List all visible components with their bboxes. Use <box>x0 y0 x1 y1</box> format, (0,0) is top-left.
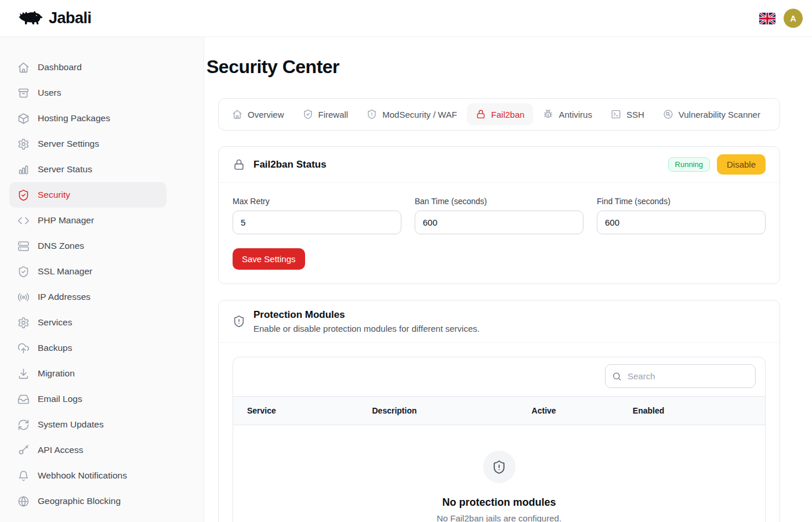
find-time-label: Find Time (seconds) <box>597 197 766 206</box>
tab-label: SSH <box>626 110 644 119</box>
tab-overview[interactable]: Overview <box>223 103 293 125</box>
sidebar-item-migration[interactable]: Migration <box>9 361 166 386</box>
brand-name: Jabali <box>49 9 92 27</box>
tab-label: Antivirus <box>559 110 592 119</box>
find-time-input[interactable] <box>597 211 766 234</box>
sidebar-item-php-manager[interactable]: PHP Manager <box>9 208 166 233</box>
lock-icon <box>233 158 245 171</box>
empty-state-subtitle: No Fail2ban jails are configured. <box>233 513 765 522</box>
tab-label: Overview <box>248 110 284 119</box>
shield-alert-icon <box>233 315 245 328</box>
tab-label: Vulnerability Scanner <box>679 110 760 119</box>
key-icon <box>17 444 30 456</box>
bar-chart-icon <box>17 164 30 176</box>
protection-modules-card: Protection Modules Enable or disable pro… <box>218 300 780 522</box>
save-settings-button[interactable]: Save Settings <box>233 248 305 270</box>
tab-label: Firewall <box>318 110 349 119</box>
sidebar-item-label: Backups <box>38 343 72 353</box>
sidebar-item-server-status[interactable]: Server Status <box>9 157 166 182</box>
terminal-icon <box>611 109 621 119</box>
fail2ban-status-card: Fail2ban Status Running Disable Max Retr… <box>218 146 780 284</box>
archive-icon <box>17 87 30 99</box>
security-tabs: Overview Firewall ModSecurity / WAF Fail… <box>218 98 780 130</box>
sidebar-item-label: Services <box>38 317 72 328</box>
sidebar-item-system-updates[interactable]: System Updates <box>9 412 166 437</box>
tab-vulnerability-scanner[interactable]: Vulnerability Scanner <box>654 103 769 125</box>
tab-firewall[interactable]: Firewall <box>294 103 357 125</box>
column-header-service: Service <box>233 397 358 425</box>
package-icon <box>17 113 30 125</box>
sidebar-item-security[interactable]: Security <box>9 182 166 208</box>
status-badge: Running <box>668 157 710 172</box>
tab-label: Fail2ban <box>491 110 525 119</box>
search-circle-icon <box>663 109 673 119</box>
brand-logo[interactable]: Jabali <box>16 9 92 28</box>
sidebar-item-server-settings[interactable]: Server Settings <box>9 131 166 157</box>
modules-table-container: ServiceDescriptionActiveEnabled No prote… <box>233 357 766 522</box>
topbar: Jabali A <box>0 0 812 37</box>
globe-icon <box>17 495 30 507</box>
tab-label: ModSecurity / WAF <box>382 110 457 119</box>
column-header-active: Active <box>518 397 619 425</box>
max-retry-label: Max Retry <box>233 197 401 206</box>
empty-state-title: No protection modules <box>233 496 765 509</box>
search-icon <box>612 371 622 381</box>
modules-table-header-row: ServiceDescriptionActiveEnabled <box>233 397 765 425</box>
sidebar-item-label: API Access <box>38 445 83 455</box>
sidebar-item-dns-zones[interactable]: DNS Zones <box>9 233 166 259</box>
protection-modules-subtitle: Enable or disable protection modules for… <box>253 324 480 334</box>
ban-time-label: Ban Time (seconds) <box>415 197 583 206</box>
sidebar-item-label: PHP Manager <box>38 215 94 226</box>
sidebar-item-email-logs[interactable]: Email Logs <box>9 386 166 412</box>
sidebar-item-dashboard[interactable]: Dashboard <box>9 55 166 80</box>
sidebar-item-label: Hosting Packages <box>38 113 110 124</box>
home-icon <box>17 61 30 74</box>
sidebar-item-ip-addresses[interactable]: IP Addresses <box>9 284 166 310</box>
lock-icon <box>476 109 486 119</box>
column-header-description: Description <box>358 397 517 425</box>
download-icon <box>17 368 30 380</box>
protection-modules-title: Protection Modules <box>253 309 480 321</box>
language-flag-icon[interactable] <box>759 13 775 24</box>
modules-search-input[interactable] <box>605 364 756 388</box>
sidebar-item-label: Webhook Notifications <box>38 470 127 481</box>
sidebar-item-label: Server Settings <box>38 139 99 149</box>
tab-antivirus[interactable]: Antivirus <box>534 103 601 125</box>
home-icon <box>232 109 242 119</box>
sidebar-item-users[interactable]: Users <box>9 80 166 106</box>
sidebar-nav: Dashboard Users Hosting Packages Server … <box>0 37 204 522</box>
refresh-icon <box>17 419 30 431</box>
sidebar-item-backups[interactable]: Backups <box>9 335 166 361</box>
sidebar-item-label: Email Logs <box>38 394 82 404</box>
sidebar-item-ssl-manager[interactable]: SSL Manager <box>9 259 166 284</box>
sidebar-item-geographic-blocking[interactable]: Geographic Blocking <box>9 488 166 514</box>
sidebar-item-label: Server Status <box>38 164 92 175</box>
max-retry-input[interactable] <box>233 211 401 234</box>
fail2ban-card-title: Fail2ban Status <box>253 159 327 171</box>
settings-icon <box>17 138 30 150</box>
user-avatar[interactable]: A <box>784 9 803 28</box>
tab-ssh[interactable]: SSH <box>602 103 653 125</box>
shield-check-icon <box>17 266 30 278</box>
main-content: Security Center Overview Firewall ModSec… <box>204 37 812 522</box>
sidebar-item-webhook-notifications[interactable]: Webhook Notifications <box>9 463 166 488</box>
bug-icon <box>543 109 553 119</box>
tab-fail2ban[interactable]: Fail2ban <box>467 103 534 125</box>
disable-button[interactable]: Disable <box>717 154 766 175</box>
empty-state: No protection modules No Fail2ban jails … <box>233 425 765 522</box>
tab-modsecurity-waf[interactable]: ModSecurity / WAF <box>358 103 466 125</box>
sidebar-item-label: Dashboard <box>38 62 82 72</box>
sidebar-item-label: Geographic Blocking <box>38 496 121 506</box>
shield-check-icon <box>303 109 313 119</box>
ban-time-input[interactable] <box>415 211 583 234</box>
sidebar-item-label: System Updates <box>38 419 104 430</box>
bell-icon <box>17 470 30 482</box>
cloud-upload-icon <box>17 342 30 354</box>
column-header-enabled: Enabled <box>619 397 765 425</box>
sidebar-item-services[interactable]: Services <box>9 310 166 335</box>
sidebar-item-label: Security <box>38 190 70 200</box>
sidebar-item-label: SSL Manager <box>38 266 92 277</box>
sidebar-item-label: DNS Zones <box>38 241 84 251</box>
sidebar-item-api-access[interactable]: API Access <box>9 437 166 463</box>
sidebar-item-hosting-packages[interactable]: Hosting Packages <box>9 106 166 131</box>
